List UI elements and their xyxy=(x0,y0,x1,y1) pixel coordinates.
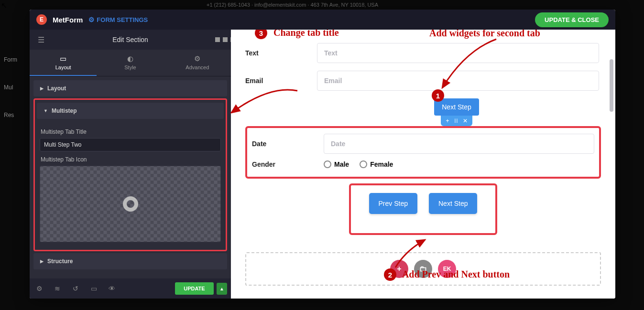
annotation-3: 3 Change tab title xyxy=(255,30,339,39)
update-close-button[interactable]: UPDATE & CLOSE xyxy=(535,12,609,27)
form-settings-button[interactable]: ⚙ FORM SETTINGS xyxy=(88,16,148,23)
annotation-1-text: Add widgets for second tab xyxy=(429,30,540,39)
preview-icon[interactable]: 👁 xyxy=(106,285,118,292)
chevron-down-icon: ▼ xyxy=(44,108,48,113)
placeholder-circle-icon xyxy=(123,196,138,212)
accordion-multistep[interactable]: ▼ Multistep xyxy=(37,103,224,119)
prev-step-button[interactable]: Prev Step xyxy=(369,193,417,214)
widget-tools[interactable]: + ⁞⁞ ✕ xyxy=(441,116,472,126)
template-library-icon[interactable]: 🗀 xyxy=(414,260,432,278)
chevron-right-icon: ▶ xyxy=(40,86,44,91)
text-widget-label: Text xyxy=(245,49,317,57)
background-nav: Form Mul Res xyxy=(4,48,31,139)
tab-advanced[interactable]: ⚙ Advanced xyxy=(164,50,231,76)
add-section-area[interactable]: + 🗀 EK xyxy=(245,252,601,286)
elementor-logo-icon: E xyxy=(36,14,47,25)
tab-layout[interactable]: ▭ Layout xyxy=(30,50,97,76)
preview-canvas: Text Email Next Step + ⁞⁞ ✕ xyxy=(231,30,615,299)
accordion-layout[interactable]: ▶ Layout xyxy=(33,80,227,96)
elementor-left-panel: ☰ Edit Section ⏹⏹⏹ ▭ Layout ◐ Style ⚙ Ad… xyxy=(30,30,231,299)
cursor-icon: ↖ xyxy=(1,1,7,10)
accordion-structure[interactable]: ▶ Structure xyxy=(33,253,227,269)
tab-style[interactable]: ◐ Style xyxy=(97,50,164,76)
radio-female[interactable]: Female xyxy=(360,160,393,168)
radio-icon xyxy=(360,160,367,168)
date-widget-label: Date xyxy=(252,140,324,148)
annotation-box-2: Prev Step Next Step xyxy=(349,183,497,235)
page-contact-bar: +1 (212) 685-1043 · info@elementskit.com… xyxy=(207,2,378,8)
scrollbar[interactable] xyxy=(610,59,613,112)
annotation-box-1: Date Gender Male Female xyxy=(245,126,601,179)
elementskit-icon[interactable]: EK xyxy=(438,260,456,278)
gear-icon: ⚙ xyxy=(88,16,95,23)
add-icon[interactable]: + xyxy=(446,118,449,124)
widgets-grid-icon[interactable]: ⏹⏹⏹ xyxy=(214,35,225,44)
responsive-icon[interactable]: ▭ xyxy=(88,285,99,292)
multistep-icon-label: Multistep Tab Icon xyxy=(41,156,221,163)
multistep-icon-picker[interactable] xyxy=(40,166,221,242)
radio-icon xyxy=(324,160,331,168)
settings-icon[interactable]: ⚙ xyxy=(33,285,45,292)
annotation-box-3: ▼ Multistep Multistep Tab Title Multiste… xyxy=(33,98,227,251)
menu-icon[interactable]: ☰ xyxy=(35,35,47,44)
metform-modal: E MetForm ⚙ FORM SETTINGS UPDATE & CLOSE… xyxy=(30,10,615,299)
multistep-title-label: Multistep Tab Title xyxy=(41,128,221,135)
email-widget-input[interactable] xyxy=(317,71,599,91)
chevron-right-icon: ▶ xyxy=(40,259,44,264)
multistep-title-input[interactable] xyxy=(40,138,221,151)
panel-title: Edit Section xyxy=(47,36,214,43)
layout-icon: ▭ xyxy=(30,54,97,63)
update-button[interactable]: UPDATE xyxy=(175,282,213,295)
next-step-button[interactable]: Next Step xyxy=(434,98,479,116)
history-icon[interactable]: ↺ xyxy=(70,285,81,292)
close-icon[interactable]: ✕ xyxy=(463,118,468,124)
style-icon: ◐ xyxy=(97,54,164,63)
email-widget-label: Email xyxy=(245,77,317,85)
gender-widget-label: Gender xyxy=(252,160,324,168)
navigator-icon[interactable]: ≋ xyxy=(52,285,63,292)
radio-male[interactable]: Male xyxy=(324,160,349,168)
text-widget-input[interactable] xyxy=(317,43,599,63)
date-widget-input[interactable] xyxy=(324,134,594,154)
update-dropdown-button[interactable]: ▲ xyxy=(217,283,227,295)
add-section-icon[interactable]: + xyxy=(390,260,408,278)
advanced-icon: ⚙ xyxy=(164,54,231,63)
brand-title: MetForm xyxy=(53,16,83,24)
next-step-button-2[interactable]: Next Step xyxy=(429,193,477,214)
drag-icon[interactable]: ⁞⁞ xyxy=(454,118,458,124)
